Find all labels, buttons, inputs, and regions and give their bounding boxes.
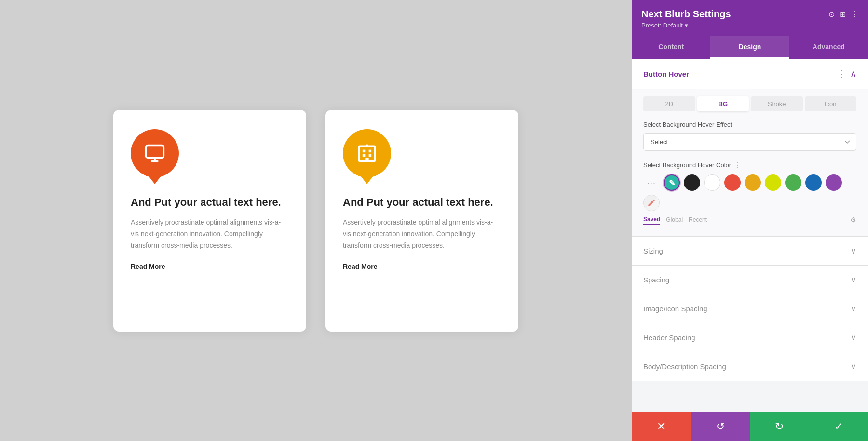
card1-icon-circle [131,129,179,177]
panel-content: Button Hover ⋮ ∧ 2D BG Stroke Icon Selec… [632,59,868,412]
svg-rect-4 [363,149,366,152]
section-more-icon[interactable]: ⋮ [838,68,846,79]
svg-rect-0 [146,145,164,158]
header-spacing-chevron[interactable]: ∨ [851,333,856,342]
blurb-card-2: And Put your actual text here. Assertive… [326,110,518,332]
svg-rect-6 [363,154,366,157]
card1-body: Assertively procrastinate optimal alignm… [131,217,289,251]
body-spacing-chevron[interactable]: ∨ [851,362,856,371]
swatch-green[interactable] [785,174,801,191]
header-spacing-title: Header Spacing [643,334,695,342]
monitor-icon [144,143,165,164]
card1-icon-wrapper [131,129,179,182]
svg-rect-8 [365,158,368,161]
section-button-hover-header[interactable]: Button Hover ⋮ ∧ [632,59,868,89]
panel-header-actions: ⊙ ⊞ ⋮ [828,10,858,19]
spacing-header[interactable]: Spacing ∨ [632,266,868,294]
section-button-hover: Button Hover ⋮ ∧ 2D BG Stroke Icon Selec… [632,59,868,237]
blurb-card-1: And Put your actual text here. Assertive… [113,110,306,332]
card1-title: And Put your actual text here. [131,196,289,210]
spacing-chevron[interactable]: ∨ [851,275,856,284]
svg-rect-5 [369,149,372,152]
bg-hover-color-label: Select Background Hover Color ⋮ [643,160,856,170]
header-spacing-header[interactable]: Header Spacing ∨ [632,323,868,352]
tab-content[interactable]: Content [632,36,710,59]
sizing-title: Sizing [643,247,663,255]
swatch-white[interactable] [704,174,720,191]
panel-title: Next Blurb Settings [641,9,731,20]
more-options-icon[interactable]: ⋮ [851,10,858,19]
image-icon-spacing-title: Image/Icon Spacing [643,305,707,313]
redo-button[interactable]: ↻ [750,412,809,441]
section-header-spacing: Header Spacing ∨ [632,323,868,352]
cancel-button[interactable]: ✕ [632,412,691,441]
button-hover-body: 2D BG Stroke Icon Select Background Hove… [632,89,868,236]
color-swatches-row: ··· ✎ [643,174,856,211]
color-label-more[interactable]: ⋮ [734,160,742,170]
save-button[interactable]: ✓ [809,412,868,441]
tab-advanced[interactable]: Advanced [789,36,868,59]
sizing-header[interactable]: Sizing ∨ [632,237,868,265]
swatch-red[interactable] [724,174,741,191]
color-tab-saved[interactable]: Saved [643,215,660,225]
image-icon-spacing-chevron[interactable]: ∨ [851,304,856,313]
sizing-chevron[interactable]: ∨ [851,246,856,255]
sub-tab-2d[interactable]: 2D [643,96,695,111]
swatch-teal[interactable]: ✎ [664,174,680,191]
card2-title: And Put your actual text here. [343,196,501,210]
section-collapse-icon[interactable]: ∧ [850,68,856,79]
bg-hover-effect-select[interactable]: Select Fade Slide Sweep [643,133,856,151]
section-image-icon-spacing: Image/Icon Spacing ∨ [632,294,868,323]
section-sizing: Sizing ∨ [632,237,868,266]
panel-tabs: Content Design Advanced [632,36,868,59]
swatch-black[interactable] [684,174,700,191]
card1-read-more[interactable]: Read More [131,263,289,270]
button-hover-title: Button Hover [643,70,689,78]
sub-tab-icon[interactable]: Icon [805,96,857,111]
body-spacing-title: Body/Description Spacing [643,362,726,371]
color-tab-global[interactable]: Global [666,215,683,224]
card2-icon-wrapper [343,129,391,182]
settings-panel: Next Blurb Settings Preset: Default ▾ ⊙ … [632,0,868,441]
color-settings-icon[interactable]: ⚙ [850,216,856,224]
section-spacing: Spacing ∨ [632,266,868,294]
swatch-blue[interactable] [805,174,822,191]
layout-icon[interactable]: ⊞ [840,10,846,19]
swatch-custom[interactable] [643,195,660,211]
sub-tab-stroke[interactable]: Stroke [751,96,803,111]
reset-button[interactable]: ↺ [691,412,750,441]
panel-footer: ✕ ↺ ↻ ✓ [632,412,868,441]
image-icon-spacing-header[interactable]: Image/Icon Spacing ∨ [632,294,868,323]
swatch-orange[interactable] [745,174,761,191]
swatch-purple[interactable] [826,174,842,191]
sub-tabs: 2D BG Stroke Icon [643,96,856,111]
bg-hover-effect-label: Select Background Hover Effect [643,121,856,128]
section-body-spacing: Body/Description Spacing ∨ [632,352,868,381]
card2-icon-circle [343,129,391,177]
focus-icon[interactable]: ⊙ [828,10,835,19]
body-spacing-header[interactable]: Body/Description Spacing ∨ [632,352,868,381]
panel-header: Next Blurb Settings Preset: Default ▾ ⊙ … [632,0,868,36]
building-icon [356,143,378,164]
card2-read-more[interactable]: Read More [343,263,501,270]
svg-rect-7 [369,154,372,157]
color-tab-recent[interactable]: Recent [689,215,707,224]
swatch-yellow[interactable] [765,174,781,191]
card2-body: Assertively procrastinate optimal alignm… [343,217,501,251]
spacing-title: Spacing [643,276,669,284]
panel-preset[interactable]: Preset: Default ▾ [641,22,731,29]
color-tabs-row: Saved Global Recent ⚙ [643,215,856,225]
color-more-dots[interactable]: ··· [643,174,660,191]
canvas-area: And Put your actual text here. Assertive… [0,0,632,441]
sub-tab-bg[interactable]: BG [697,96,749,111]
tab-design[interactable]: Design [710,36,789,59]
